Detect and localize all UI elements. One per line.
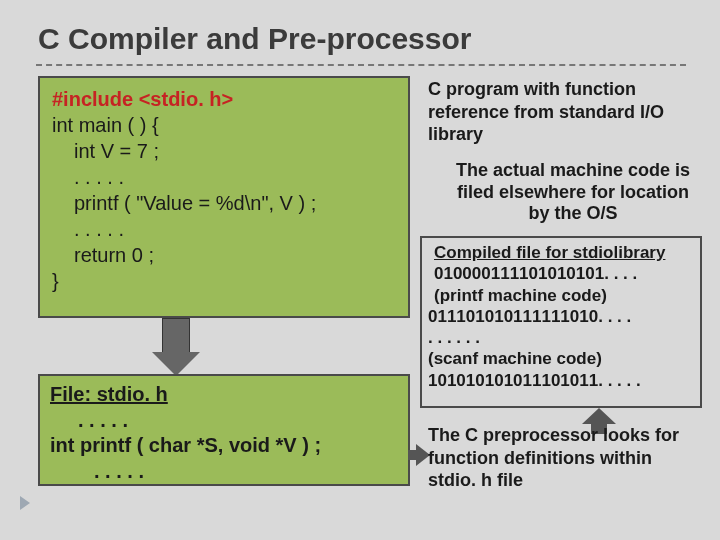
file-label: File: stdio. h	[50, 383, 168, 405]
title-underline	[36, 64, 686, 66]
code-line: . . . . .	[52, 164, 396, 190]
comment-line: (scanf machine code)	[428, 348, 694, 369]
code-line: int V = 7 ;	[52, 138, 396, 164]
code-block-header: File: stdio. h . . . . . int printf ( ch…	[38, 374, 410, 486]
description-program: C program with function reference from s…	[428, 78, 688, 146]
ellipsis-line: . . . . . .	[428, 327, 694, 348]
code-line: . . . . .	[50, 459, 398, 485]
binary-line: 011101010111111010. . . .	[428, 306, 694, 327]
arrow-down-icon	[152, 318, 200, 374]
compiled-header: Compiled file for stdiolibrary	[428, 242, 694, 263]
code-line: return 0 ;	[52, 242, 396, 268]
code-line: . . . . .	[52, 216, 396, 242]
comment-line: (printf machine code)	[428, 285, 694, 306]
code-line: . . . . .	[50, 408, 398, 434]
arrow-right-icon	[408, 444, 430, 466]
code-line: int main ( ) {	[52, 114, 159, 136]
code-line: }	[52, 270, 59, 292]
description-machine-code: The actual machine code is filed elsewhe…	[448, 160, 698, 225]
description-preprocessor: The C preprocessor looks for function de…	[428, 424, 698, 492]
binary-line: 010000111101010101. . . .	[428, 263, 694, 284]
compiled-file-box: Compiled file for stdiolibrary 010000111…	[420, 236, 702, 408]
binary-line: 101010101011101011. . . . .	[428, 370, 694, 391]
code-line: printf ( "Value = %d\n", V ) ;	[52, 190, 396, 216]
code-line: int printf ( char *S, void *V ) ;	[50, 434, 321, 456]
slide: C Compiler and Pre-processor #include <s…	[0, 0, 720, 540]
code-block-main: #include <stdio. h> int main ( ) { int V…	[38, 76, 410, 318]
slide-title: C Compiler and Pre-processor	[38, 22, 471, 56]
bullet-icon	[20, 496, 30, 510]
code-include-line: #include <stdio. h>	[52, 88, 233, 110]
